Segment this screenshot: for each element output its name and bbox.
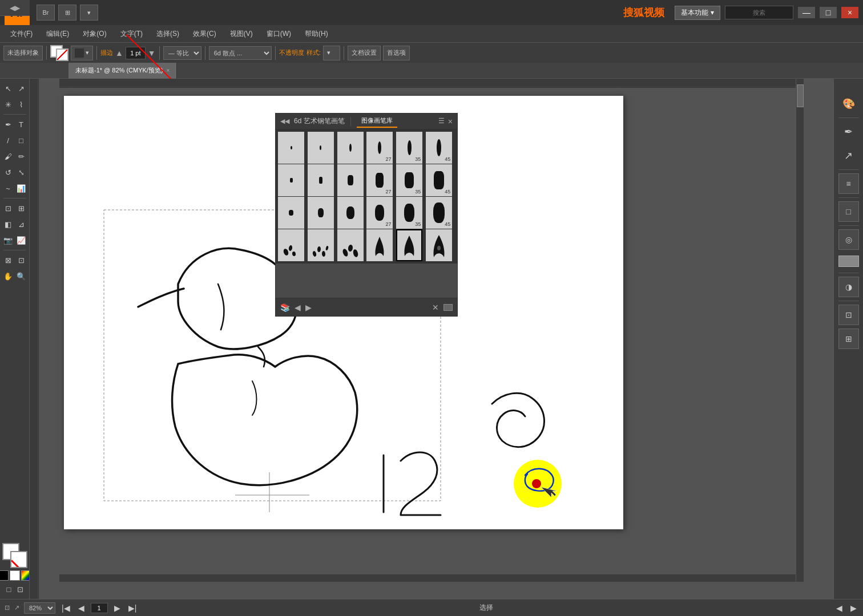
brush-cell[interactable]: 35 [396,164,422,196]
camera-tool[interactable]: 📷 [2,233,14,248]
right-panel-6[interactable]: ⊞ [838,329,859,349]
brush-cell[interactable] [337,229,364,261]
brush-cell[interactable]: 27 [366,132,393,164]
panel-collapse-left[interactable]: ◀◀ [280,117,289,125]
blend-tool[interactable]: ⊡ [2,201,14,216]
menu-effect[interactable]: 效果(C) [187,27,222,41]
page-first-button[interactable]: |◀ [60,603,72,613]
stroke-swatch[interactable] [10,551,27,568]
paintbrush-tool[interactable]: 🖌 [2,149,14,164]
type-tool[interactable]: T [15,117,27,132]
share-tool[interactable]: ↗ [837,145,860,166]
scroll-horizontal[interactable] [59,574,796,582]
right-panel-2[interactable]: □ [838,201,859,222]
selection-tool[interactable]: ↖ [2,81,14,96]
hand-tool[interactable]: ✋ [2,269,14,283]
brush-cell[interactable] [278,197,304,229]
panel-resize-handle[interactable] [443,304,453,311]
gradient-swatch[interactable] [21,570,30,581]
document-tab[interactable]: 未标题-1* @ 82% (CMYK/预览) × [68,63,177,79]
brush-cell[interactable]: 45 [426,164,452,196]
brush-cell[interactable]: 45 [426,132,452,164]
rotate-tool[interactable]: ↺ [2,165,14,180]
eyedropper-tool[interactable]: ⊿ [15,217,27,232]
zoom-tool[interactable]: 🔍 [15,269,27,283]
lasso-tool[interactable]: ⌇ [15,97,27,112]
rect-tool[interactable]: □ [15,133,27,148]
menu-view[interactable]: 视图(V) [224,27,259,41]
page-number-input[interactable] [91,603,108,613]
gradient-tool[interactable]: ◧ [2,217,14,232]
stroke-up-icon[interactable]: ▲ [115,48,123,58]
prev-btn[interactable]: ◀ [295,303,301,312]
brush-cell[interactable] [308,132,334,164]
arrange-button[interactable]: ▾ [80,5,98,21]
scroll-vertical[interactable] [796,79,804,582]
brush-cell[interactable]: 35 [396,132,422,164]
bridge-button[interactable]: Br [37,5,55,21]
fill-stroke-selector[interactable] [50,45,68,61]
draw-inside-button[interactable]: ⊡ [15,584,26,594]
brush-cell[interactable] [278,229,304,261]
layer-indicator[interactable] [838,256,859,267]
brush-cell[interactable] [426,229,452,261]
menu-file[interactable]: 文件(F) [5,27,38,41]
maximize-button[interactable]: □ [820,7,837,18]
brush-cell[interactable]: 35 [396,197,422,229]
menu-window[interactable]: 窗口(W) [261,27,297,41]
brush-tab-1[interactable]: 图像画笔库 [357,115,397,128]
direct-selection-tool[interactable]: ↗ [15,81,27,96]
color-panel-button[interactable]: 🎨 [837,94,860,114]
status-arrow-left[interactable]: ◀ [834,603,844,613]
close-button[interactable]: × [841,7,858,18]
right-panel-3[interactable]: ◎ [838,229,859,250]
search-input[interactable] [725,6,793,19]
stroke-selector[interactable]: ▾ [71,46,93,60]
panel-close-button[interactable]: × [448,117,453,126]
right-panel-1[interactable]: ≡ [838,173,859,194]
menu-help[interactable]: 帮助(H) [299,27,334,41]
brush-cell-selected[interactable] [396,229,422,261]
none-swatch[interactable] [10,570,20,581]
scroll-thumb-v[interactable] [797,84,804,107]
warp-tool[interactable]: ~ [2,181,14,196]
tab-close-button[interactable]: × [167,67,170,74]
line-tool[interactable]: / [2,133,14,148]
brush-cell[interactable] [337,197,364,229]
brush-dropdown[interactable]: 6d 散点 ... [209,46,272,60]
brush-cell[interactable] [308,229,334,261]
brush-cell[interactable] [308,197,334,229]
brush-cell[interactable] [337,164,364,196]
black-swatch[interactable] [0,570,9,581]
workspace-selector[interactable]: 基本功能 ▾ [675,6,720,20]
zoom-selector[interactable]: 82% [24,602,55,614]
right-panel-5[interactable]: ⊡ [838,305,859,325]
graph-tool[interactable]: 📊 [15,181,27,196]
pen-tool[interactable]: ✒ [2,117,14,132]
distort-tool[interactable]: ⊡ [15,253,27,268]
free-transform-tool[interactable]: ⊠ [2,253,14,268]
pen-tool-right[interactable]: ✒ [837,121,860,142]
right-panel-4[interactable]: ◑ [838,277,859,297]
menu-object[interactable]: 对象(O) [77,27,112,41]
brush-cell[interactable]: 27 [366,164,393,196]
menu-select[interactable]: 选择(S) [151,27,185,41]
pencil-tool[interactable]: ✏ [15,149,27,164]
export-icon[interactable]: ↗ [14,604,19,611]
page-prev-button[interactable]: ◀ [76,603,86,613]
menu-edit[interactable]: 编辑(E) [41,27,75,41]
preferences-button[interactable]: 首选项 [383,46,410,60]
stroke-width-input[interactable] [126,47,146,59]
draw-normal-button[interactable]: □ [4,584,14,594]
brush-cell[interactable] [278,164,304,196]
panel-action-btn[interactable]: ✕ [432,303,439,312]
play-btn[interactable]: ▶ [305,303,312,312]
scale-tool[interactable]: ⤡ [15,165,27,180]
doc-settings-button[interactable]: 文档设置 [348,46,381,60]
style-box[interactable]: ▾ [323,46,340,60]
page-next-button[interactable]: ▶ [112,603,122,613]
layout-button[interactable]: ⊞ [58,5,76,21]
library-icon[interactable]: 📚 [280,303,290,312]
brush-cell[interactable] [308,164,334,196]
brush-cell[interactable] [337,132,364,164]
